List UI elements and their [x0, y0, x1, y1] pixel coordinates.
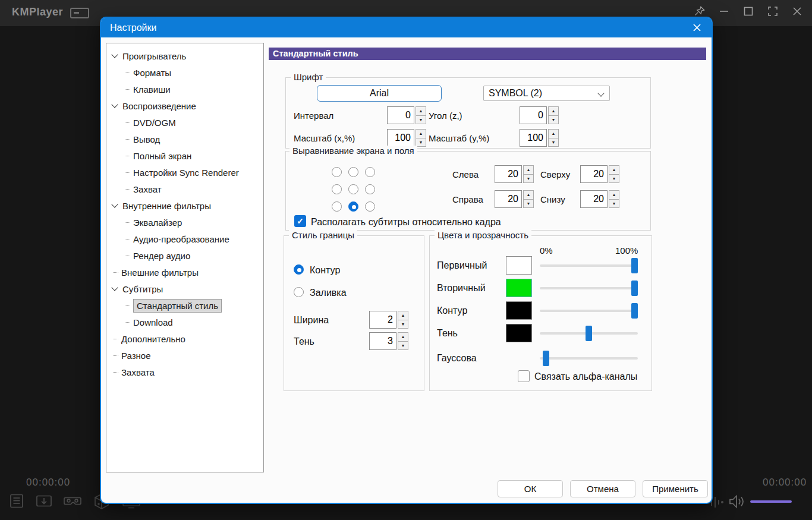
tree-item[interactable]: Проигрыватель	[106, 48, 263, 64]
spin-up-icon[interactable]: ▲	[523, 165, 534, 175]
color-swatch[interactable]	[506, 324, 532, 342]
margin-top-value[interactable]: 20	[580, 165, 608, 183]
tree-item[interactable]: Разное	[106, 347, 263, 364]
spin-down-icon[interactable]: ▼	[398, 342, 408, 351]
alignment-radio-r3c3[interactable]	[365, 201, 375, 212]
slider-thumb[interactable]	[631, 258, 638, 273]
chevron-down-icon[interactable]	[111, 284, 118, 291]
margin-bottom-value[interactable]: 20	[580, 190, 608, 208]
slider-thumb[interactable]	[586, 326, 592, 341]
slider-track[interactable]	[540, 357, 638, 360]
slider-thumb[interactable]	[631, 303, 638, 319]
shadow-value[interactable]: 3	[369, 332, 396, 350]
speaker-icon[interactable]	[728, 494, 747, 509]
tree-item[interactable]: Воспроизведение	[106, 97, 263, 114]
opacity-slider[interactable]	[540, 326, 638, 341]
spin-down-icon[interactable]: ▼	[609, 175, 619, 184]
opacity-slider[interactable]	[540, 351, 638, 366]
font-select-button[interactable]: Arial	[317, 85, 442, 102]
outline-radio[interactable]	[294, 264, 304, 275]
tree-item[interactable]: Настройки Sync Renderer	[106, 164, 263, 181]
tree-item[interactable]: Клавиши	[106, 81, 263, 97]
color-swatch[interactable]	[506, 256, 532, 275]
spin-up-icon[interactable]: ▲	[609, 165, 619, 175]
alignment-radio-r2c1[interactable]	[332, 184, 342, 194]
opacity-slider[interactable]	[540, 303, 638, 319]
scale-x-value[interactable]: 100	[387, 129, 414, 147]
link-alpha-checkbox[interactable]	[518, 370, 530, 382]
slider-track[interactable]	[540, 287, 638, 289]
spin-up-icon[interactable]: ▲	[548, 106, 559, 116]
pin-icon[interactable]	[693, 5, 706, 18]
apply-button[interactable]: Применить	[643, 480, 708, 497]
alignment-radio-r1c3[interactable]	[365, 167, 375, 177]
charset-dropdown[interactable]: SYMBOL (2)	[483, 86, 610, 101]
tree-item[interactable]: Рендер аудио	[106, 247, 263, 264]
margin-bottom-stepper[interactable]: 20 ▲▼	[580, 190, 619, 208]
spin-down-icon[interactable]: ▼	[548, 138, 559, 147]
tree-item[interactable]: Вывод	[106, 131, 263, 147]
spin-down-icon[interactable]: ▼	[523, 200, 534, 209]
border-width-value[interactable]: 2	[369, 311, 396, 329]
tree-item[interactable]: Эквалайзер	[106, 214, 263, 231]
scale-x-stepper[interactable]: 100 ▲▼	[387, 129, 426, 147]
spacing-stepper[interactable]: 0 ▲▼	[387, 106, 426, 124]
relative-subtitles-checkbox[interactable]: ✓	[294, 215, 306, 227]
spin-down-icon[interactable]: ▼	[548, 116, 559, 125]
alignment-radio-r1c1[interactable]	[332, 167, 342, 177]
close-icon[interactable]	[791, 5, 804, 18]
tree-item[interactable]: Дополнительно	[106, 330, 263, 347]
fullscreen-icon[interactable]	[766, 5, 779, 18]
slider-track[interactable]	[540, 264, 638, 267]
margin-right-value[interactable]: 20	[495, 190, 522, 208]
cancel-button[interactable]: Отмена	[570, 480, 635, 497]
playlist-icon[interactable]	[8, 493, 25, 509]
download-icon[interactable]	[35, 493, 53, 509]
spin-up-icon[interactable]: ▲	[398, 311, 408, 320]
alignment-radio-r2c2[interactable]	[348, 184, 358, 194]
tree-item[interactable]: Стандартный стиль	[106, 297, 263, 314]
margin-top-stepper[interactable]: 20 ▲▼	[580, 165, 619, 183]
slider-track[interactable]	[540, 310, 638, 312]
tree-item[interactable]: Аудио-преобразование	[106, 231, 263, 247]
spin-up-icon[interactable]: ▲	[416, 106, 426, 116]
alignment-radio-r3c2[interactable]	[348, 201, 358, 212]
spin-up-icon[interactable]: ▲	[398, 332, 408, 342]
opacity-slider[interactable]	[540, 258, 638, 273]
dialog-close-button[interactable]	[691, 22, 703, 34]
border-width-stepper[interactable]: 2 ▲▼	[369, 311, 408, 329]
dialog-titlebar[interactable]: Настройки	[101, 18, 712, 37]
color-swatch[interactable]	[506, 301, 532, 320]
spin-down-icon[interactable]: ▼	[523, 175, 534, 184]
scale-y-stepper[interactable]: 100 ▲▼	[520, 129, 559, 147]
chevron-down-icon[interactable]	[111, 101, 118, 108]
angle-stepper[interactable]: 0 ▲▼	[520, 106, 559, 124]
angle-value[interactable]: 0	[520, 106, 547, 124]
margin-right-stepper[interactable]: 20 ▲▼	[495, 190, 534, 208]
ok-button[interactable]: ОК	[498, 480, 563, 497]
shadow-stepper[interactable]: 3 ▲▼	[369, 332, 408, 350]
spin-down-icon[interactable]: ▼	[609, 200, 619, 209]
spin-up-icon[interactable]: ▲	[609, 190, 619, 200]
chevron-down-icon[interactable]	[111, 51, 118, 58]
scale-y-value[interactable]: 100	[520, 129, 547, 147]
tree-item[interactable]: Download	[106, 314, 263, 330]
miniplayer-icon[interactable]	[70, 8, 89, 18]
tree-item[interactable]: Субтитры	[106, 281, 263, 297]
slider-thumb[interactable]	[631, 281, 638, 296]
tree-item[interactable]: Полный экран	[106, 147, 263, 164]
spacing-value[interactable]: 0	[387, 106, 414, 124]
alignment-radio-r3c1[interactable]	[332, 201, 342, 212]
color-swatch[interactable]	[506, 279, 532, 297]
alignment-radio-r2c3[interactable]	[365, 184, 375, 194]
tree-item[interactable]: Захвата	[106, 364, 263, 380]
tree-item[interactable]: Захват	[106, 181, 263, 197]
vr-goggles-icon[interactable]	[63, 493, 82, 509]
tree-item[interactable]: Внешние фильтры	[106, 264, 263, 281]
tree-item[interactable]: Внутренние фильтры	[106, 197, 263, 214]
margin-left-value[interactable]: 20	[495, 165, 522, 183]
slider-thumb[interactable]	[543, 351, 549, 366]
spin-down-icon[interactable]: ▼	[416, 138, 426, 147]
margin-left-stepper[interactable]: 20 ▲▼	[495, 165, 534, 183]
minimize-icon[interactable]	[717, 5, 731, 18]
